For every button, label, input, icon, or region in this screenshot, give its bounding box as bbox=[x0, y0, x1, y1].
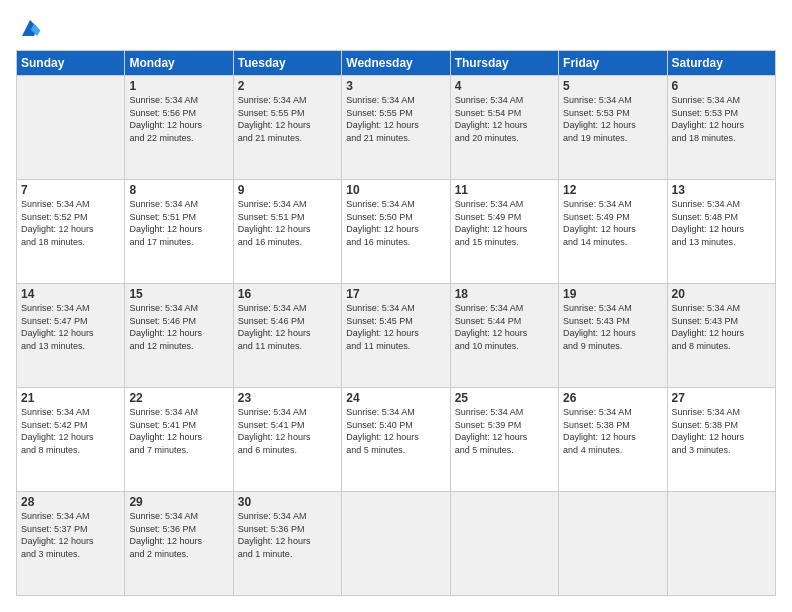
calendar-cell: 26Sunrise: 5:34 AMSunset: 5:38 PMDayligh… bbox=[559, 388, 667, 492]
day-number: 20 bbox=[672, 287, 771, 301]
calendar-cell bbox=[342, 492, 450, 596]
day-header-saturday: Saturday bbox=[667, 51, 775, 76]
day-number: 21 bbox=[21, 391, 120, 405]
day-info: Sunrise: 5:34 AMSunset: 5:48 PMDaylight:… bbox=[672, 198, 771, 248]
day-number: 24 bbox=[346, 391, 445, 405]
calendar-cell: 23Sunrise: 5:34 AMSunset: 5:41 PMDayligh… bbox=[233, 388, 341, 492]
day-info: Sunrise: 5:34 AMSunset: 5:55 PMDaylight:… bbox=[238, 94, 337, 144]
logo-icon bbox=[18, 16, 42, 40]
day-info: Sunrise: 5:34 AMSunset: 5:49 PMDaylight:… bbox=[455, 198, 554, 248]
day-number: 15 bbox=[129, 287, 228, 301]
day-info: Sunrise: 5:34 AMSunset: 5:36 PMDaylight:… bbox=[129, 510, 228, 560]
calendar-cell: 6Sunrise: 5:34 AMSunset: 5:53 PMDaylight… bbox=[667, 76, 775, 180]
day-info: Sunrise: 5:34 AMSunset: 5:53 PMDaylight:… bbox=[563, 94, 662, 144]
day-number: 10 bbox=[346, 183, 445, 197]
day-info: Sunrise: 5:34 AMSunset: 5:52 PMDaylight:… bbox=[21, 198, 120, 248]
day-info: Sunrise: 5:34 AMSunset: 5:49 PMDaylight:… bbox=[563, 198, 662, 248]
day-info: Sunrise: 5:34 AMSunset: 5:43 PMDaylight:… bbox=[672, 302, 771, 352]
calendar-cell: 19Sunrise: 5:34 AMSunset: 5:43 PMDayligh… bbox=[559, 284, 667, 388]
calendar-cell: 5Sunrise: 5:34 AMSunset: 5:53 PMDaylight… bbox=[559, 76, 667, 180]
day-number: 7 bbox=[21, 183, 120, 197]
day-number: 4 bbox=[455, 79, 554, 93]
day-number: 5 bbox=[563, 79, 662, 93]
calendar-cell: 21Sunrise: 5:34 AMSunset: 5:42 PMDayligh… bbox=[17, 388, 125, 492]
day-number: 6 bbox=[672, 79, 771, 93]
day-header-monday: Monday bbox=[125, 51, 233, 76]
calendar-cell: 10Sunrise: 5:34 AMSunset: 5:50 PMDayligh… bbox=[342, 180, 450, 284]
day-number: 25 bbox=[455, 391, 554, 405]
day-number: 22 bbox=[129, 391, 228, 405]
day-info: Sunrise: 5:34 AMSunset: 5:54 PMDaylight:… bbox=[455, 94, 554, 144]
day-header-thursday: Thursday bbox=[450, 51, 558, 76]
day-number: 11 bbox=[455, 183, 554, 197]
calendar-cell: 25Sunrise: 5:34 AMSunset: 5:39 PMDayligh… bbox=[450, 388, 558, 492]
day-header-wednesday: Wednesday bbox=[342, 51, 450, 76]
calendar-table: SundayMondayTuesdayWednesdayThursdayFrid… bbox=[16, 50, 776, 596]
day-number: 16 bbox=[238, 287, 337, 301]
calendar-cell: 7Sunrise: 5:34 AMSunset: 5:52 PMDaylight… bbox=[17, 180, 125, 284]
calendar-cell: 8Sunrise: 5:34 AMSunset: 5:51 PMDaylight… bbox=[125, 180, 233, 284]
day-info: Sunrise: 5:34 AMSunset: 5:41 PMDaylight:… bbox=[238, 406, 337, 456]
day-number: 2 bbox=[238, 79, 337, 93]
logo bbox=[16, 16, 42, 40]
day-number: 23 bbox=[238, 391, 337, 405]
calendar-cell bbox=[667, 492, 775, 596]
day-header-friday: Friday bbox=[559, 51, 667, 76]
day-info: Sunrise: 5:34 AMSunset: 5:38 PMDaylight:… bbox=[672, 406, 771, 456]
day-info: Sunrise: 5:34 AMSunset: 5:39 PMDaylight:… bbox=[455, 406, 554, 456]
day-info: Sunrise: 5:34 AMSunset: 5:56 PMDaylight:… bbox=[129, 94, 228, 144]
calendar-cell bbox=[17, 76, 125, 180]
day-info: Sunrise: 5:34 AMSunset: 5:36 PMDaylight:… bbox=[238, 510, 337, 560]
day-number: 8 bbox=[129, 183, 228, 197]
day-info: Sunrise: 5:34 AMSunset: 5:38 PMDaylight:… bbox=[563, 406, 662, 456]
calendar-cell: 1Sunrise: 5:34 AMSunset: 5:56 PMDaylight… bbox=[125, 76, 233, 180]
day-number: 19 bbox=[563, 287, 662, 301]
calendar-cell: 2Sunrise: 5:34 AMSunset: 5:55 PMDaylight… bbox=[233, 76, 341, 180]
day-info: Sunrise: 5:34 AMSunset: 5:43 PMDaylight:… bbox=[563, 302, 662, 352]
day-info: Sunrise: 5:34 AMSunset: 5:37 PMDaylight:… bbox=[21, 510, 120, 560]
calendar-cell: 29Sunrise: 5:34 AMSunset: 5:36 PMDayligh… bbox=[125, 492, 233, 596]
day-number: 17 bbox=[346, 287, 445, 301]
calendar-cell: 20Sunrise: 5:34 AMSunset: 5:43 PMDayligh… bbox=[667, 284, 775, 388]
day-info: Sunrise: 5:34 AMSunset: 5:50 PMDaylight:… bbox=[346, 198, 445, 248]
calendar-cell: 27Sunrise: 5:34 AMSunset: 5:38 PMDayligh… bbox=[667, 388, 775, 492]
calendar-cell: 15Sunrise: 5:34 AMSunset: 5:46 PMDayligh… bbox=[125, 284, 233, 388]
day-info: Sunrise: 5:34 AMSunset: 5:51 PMDaylight:… bbox=[129, 198, 228, 248]
day-info: Sunrise: 5:34 AMSunset: 5:44 PMDaylight:… bbox=[455, 302, 554, 352]
day-number: 27 bbox=[672, 391, 771, 405]
day-info: Sunrise: 5:34 AMSunset: 5:42 PMDaylight:… bbox=[21, 406, 120, 456]
calendar-cell: 24Sunrise: 5:34 AMSunset: 5:40 PMDayligh… bbox=[342, 388, 450, 492]
calendar-cell: 30Sunrise: 5:34 AMSunset: 5:36 PMDayligh… bbox=[233, 492, 341, 596]
day-info: Sunrise: 5:34 AMSunset: 5:45 PMDaylight:… bbox=[346, 302, 445, 352]
day-info: Sunrise: 5:34 AMSunset: 5:40 PMDaylight:… bbox=[346, 406, 445, 456]
day-number: 14 bbox=[21, 287, 120, 301]
calendar-cell bbox=[559, 492, 667, 596]
calendar-cell: 18Sunrise: 5:34 AMSunset: 5:44 PMDayligh… bbox=[450, 284, 558, 388]
day-header-sunday: Sunday bbox=[17, 51, 125, 76]
day-number: 28 bbox=[21, 495, 120, 509]
calendar-cell: 12Sunrise: 5:34 AMSunset: 5:49 PMDayligh… bbox=[559, 180, 667, 284]
calendar-cell: 14Sunrise: 5:34 AMSunset: 5:47 PMDayligh… bbox=[17, 284, 125, 388]
day-number: 26 bbox=[563, 391, 662, 405]
calendar-cell: 3Sunrise: 5:34 AMSunset: 5:55 PMDaylight… bbox=[342, 76, 450, 180]
calendar-cell bbox=[450, 492, 558, 596]
day-info: Sunrise: 5:34 AMSunset: 5:55 PMDaylight:… bbox=[346, 94, 445, 144]
day-header-tuesday: Tuesday bbox=[233, 51, 341, 76]
calendar-cell: 16Sunrise: 5:34 AMSunset: 5:46 PMDayligh… bbox=[233, 284, 341, 388]
day-number: 30 bbox=[238, 495, 337, 509]
day-number: 9 bbox=[238, 183, 337, 197]
day-number: 29 bbox=[129, 495, 228, 509]
day-info: Sunrise: 5:34 AMSunset: 5:41 PMDaylight:… bbox=[129, 406, 228, 456]
header bbox=[16, 16, 776, 40]
calendar-cell: 22Sunrise: 5:34 AMSunset: 5:41 PMDayligh… bbox=[125, 388, 233, 492]
day-info: Sunrise: 5:34 AMSunset: 5:53 PMDaylight:… bbox=[672, 94, 771, 144]
day-info: Sunrise: 5:34 AMSunset: 5:46 PMDaylight:… bbox=[238, 302, 337, 352]
calendar-cell: 13Sunrise: 5:34 AMSunset: 5:48 PMDayligh… bbox=[667, 180, 775, 284]
day-number: 12 bbox=[563, 183, 662, 197]
day-info: Sunrise: 5:34 AMSunset: 5:46 PMDaylight:… bbox=[129, 302, 228, 352]
page: SundayMondayTuesdayWednesdayThursdayFrid… bbox=[0, 0, 792, 612]
day-number: 18 bbox=[455, 287, 554, 301]
calendar-cell: 28Sunrise: 5:34 AMSunset: 5:37 PMDayligh… bbox=[17, 492, 125, 596]
calendar-cell: 17Sunrise: 5:34 AMSunset: 5:45 PMDayligh… bbox=[342, 284, 450, 388]
day-info: Sunrise: 5:34 AMSunset: 5:51 PMDaylight:… bbox=[238, 198, 337, 248]
